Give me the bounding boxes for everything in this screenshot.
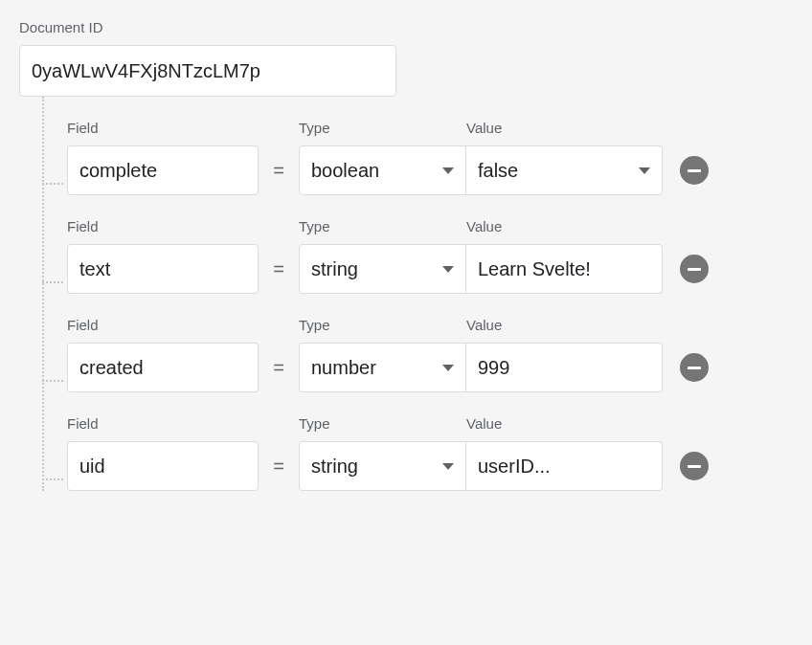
field-row: FieldTypeValuecomplete=booleanfalse xyxy=(42,120,793,195)
type-header: Type xyxy=(299,218,466,234)
value-text: false xyxy=(478,160,631,182)
field-row-labels: FieldTypeValue xyxy=(67,317,793,333)
value-header: Value xyxy=(466,218,663,234)
field-name-input[interactable]: complete xyxy=(67,145,259,195)
field-row-controls: complete=booleanfalse xyxy=(67,145,793,195)
field-name-input[interactable]: uid xyxy=(67,441,259,491)
equals-sign: = xyxy=(259,456,299,478)
type-select[interactable]: string xyxy=(299,441,466,491)
type-value: string xyxy=(311,456,435,478)
type-select[interactable]: string xyxy=(299,244,466,294)
field-row-labels: FieldTypeValue xyxy=(67,415,793,432)
document-id-label: Document ID xyxy=(19,19,793,35)
field-name-input[interactable]: created xyxy=(67,343,259,392)
chevron-down-icon xyxy=(639,167,650,174)
type-select[interactable]: boolean xyxy=(299,145,466,195)
field-row: FieldTypeValuecreated=number999 xyxy=(42,317,793,392)
value-header: Value xyxy=(466,317,663,333)
remove-field-button[interactable] xyxy=(680,353,709,382)
type-header: Type xyxy=(299,317,466,333)
type-select[interactable]: number xyxy=(299,343,466,392)
field-header: Field xyxy=(67,317,259,333)
equals-sign: = xyxy=(259,160,299,182)
value-text: Learn Svelte! xyxy=(478,258,650,280)
field-header: Field xyxy=(67,120,259,136)
equals-sign: = xyxy=(259,357,299,379)
remove-field-button[interactable] xyxy=(680,452,709,480)
document-id-value: 0yaWLwV4FXj8NTzcLM7p xyxy=(32,60,384,82)
type-header: Type xyxy=(299,415,466,432)
value-input[interactable]: userID... xyxy=(466,441,663,491)
remove-field-button[interactable] xyxy=(680,156,709,185)
field-row-controls: uid=stringuserID... xyxy=(67,441,793,491)
value-text: userID... xyxy=(478,456,650,478)
field-header: Field xyxy=(67,218,259,234)
chevron-down-icon xyxy=(442,365,454,371)
field-name-value: created xyxy=(79,357,246,379)
value-header: Value xyxy=(466,120,663,136)
field-row: FieldTypeValueuid=stringuserID... xyxy=(42,415,793,491)
value-text: 999 xyxy=(478,357,650,379)
value-header: Value xyxy=(466,415,663,432)
equals-sign: = xyxy=(259,258,299,280)
field-name-value: complete xyxy=(79,160,246,182)
value-select[interactable]: false xyxy=(466,145,663,195)
document-id-input[interactable]: 0yaWLwV4FXj8NTzcLM7p xyxy=(19,45,396,97)
field-row-controls: created=number999 xyxy=(67,343,793,392)
field-name-value: uid xyxy=(79,456,246,478)
value-input[interactable]: 999 xyxy=(466,343,663,392)
field-name-value: text xyxy=(79,258,246,280)
type-header: Type xyxy=(299,120,466,136)
chevron-down-icon xyxy=(442,167,454,174)
type-value: string xyxy=(311,258,435,280)
field-row: FieldTypeValuetext=stringLearn Svelte! xyxy=(42,218,793,294)
value-input[interactable]: Learn Svelte! xyxy=(466,244,663,294)
chevron-down-icon xyxy=(442,463,454,470)
field-header: Field xyxy=(67,415,259,432)
field-row-labels: FieldTypeValue xyxy=(67,120,793,136)
type-value: boolean xyxy=(311,160,435,182)
chevron-down-icon xyxy=(442,266,454,273)
field-row-labels: FieldTypeValue xyxy=(67,218,793,234)
field-row-controls: text=stringLearn Svelte! xyxy=(67,244,793,294)
type-value: number xyxy=(311,357,435,379)
field-name-input[interactable]: text xyxy=(67,244,259,294)
remove-field-button[interactable] xyxy=(680,255,709,283)
